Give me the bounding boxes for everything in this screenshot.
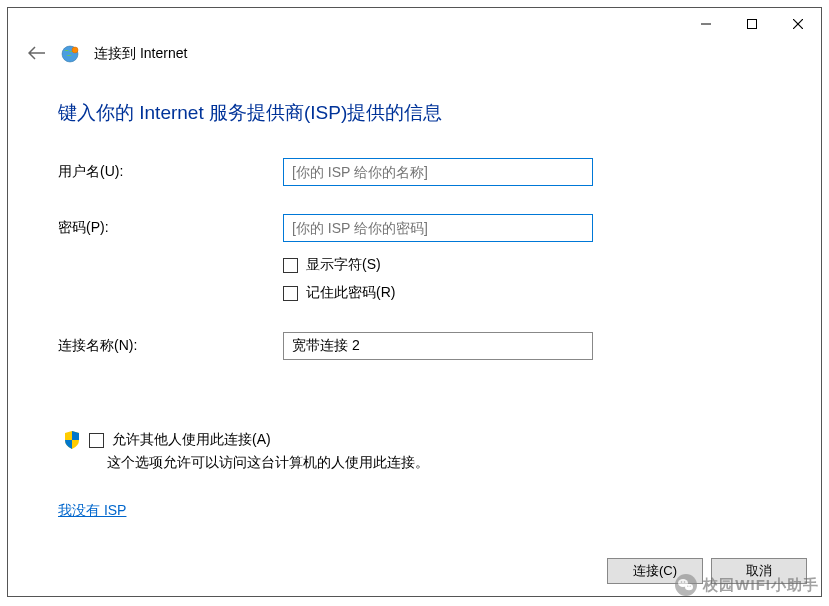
maximize-icon <box>747 19 757 29</box>
remember-password-row: 记住此密码(R) <box>283 284 771 302</box>
minimize-icon <box>701 19 711 29</box>
share-row: 允许其他人使用此连接(A) <box>63 430 771 450</box>
svg-rect-1 <box>748 20 757 29</box>
show-chars-checkbox[interactable] <box>283 258 298 273</box>
allow-share-checkbox[interactable] <box>89 433 104 448</box>
minimize-button[interactable] <box>683 8 729 40</box>
svg-point-6 <box>72 47 78 53</box>
show-chars-label: 显示字符(S) <box>306 256 381 274</box>
window-title: 连接到 Internet <box>94 45 187 63</box>
titlebar <box>8 8 821 40</box>
close-button[interactable] <box>775 8 821 40</box>
maximize-button[interactable] <box>729 8 775 40</box>
cancel-button[interactable]: 取消 <box>711 558 807 584</box>
username-row: 用户名(U): <box>58 158 771 186</box>
username-input[interactable] <box>283 158 593 186</box>
back-button[interactable] <box>28 46 46 63</box>
share-description: 这个选项允许可以访问这台计算机的人使用此连接。 <box>107 454 771 472</box>
globe-icon <box>60 44 80 64</box>
no-isp-link[interactable]: 我没有 ISP <box>58 502 126 520</box>
password-input[interactable] <box>283 214 593 242</box>
allow-share-label: 允许其他人使用此连接(A) <box>112 431 271 449</box>
password-label: 密码(P): <box>58 219 283 237</box>
connect-button[interactable]: 连接(C) <box>607 558 703 584</box>
remember-password-label: 记住此密码(R) <box>306 284 395 302</box>
dialog-window: 连接到 Internet 键入你的 Internet 服务提供商(ISP)提供的… <box>7 7 822 597</box>
close-icon <box>793 19 803 29</box>
connection-name-input[interactable] <box>283 332 593 360</box>
username-label: 用户名(U): <box>58 163 283 181</box>
share-section: 允许其他人使用此连接(A) 这个选项允许可以访问这台计算机的人使用此连接。 <box>58 430 771 472</box>
connection-name-row: 连接名称(N): <box>58 332 771 360</box>
header: 连接到 Internet <box>8 40 821 76</box>
connection-name-label: 连接名称(N): <box>58 337 283 355</box>
back-arrow-icon <box>28 46 46 60</box>
shield-icon <box>63 430 81 450</box>
content-area: 键入你的 Internet 服务提供商(ISP)提供的信息 用户名(U): 密码… <box>8 76 821 520</box>
button-row: 连接(C) 取消 <box>607 558 807 584</box>
remember-password-checkbox[interactable] <box>283 286 298 301</box>
show-chars-row: 显示字符(S) <box>283 256 771 274</box>
page-heading: 键入你的 Internet 服务提供商(ISP)提供的信息 <box>58 100 771 126</box>
password-row: 密码(P): <box>58 214 771 242</box>
